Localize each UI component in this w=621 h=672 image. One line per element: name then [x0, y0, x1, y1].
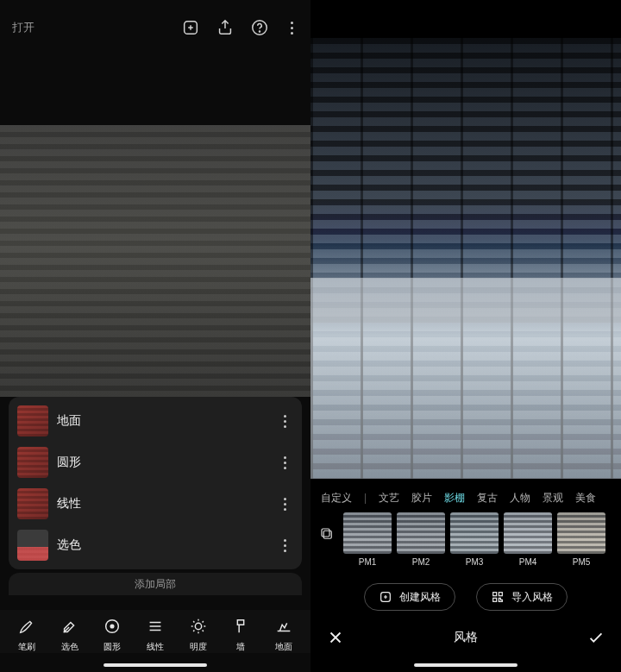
open-button[interactable]: 打开	[12, 20, 34, 35]
create-style-button[interactable]: 创建风格	[364, 583, 455, 611]
layer-label: 选色	[57, 537, 267, 553]
close-button[interactable]	[326, 628, 345, 647]
preset-label: PM2	[412, 557, 430, 567]
tool-label: 圆形	[104, 641, 121, 653]
layer-thumb-icon	[17, 447, 48, 478]
tool-brush[interactable]: 笔刷	[8, 617, 46, 653]
ground-icon	[274, 617, 293, 636]
add-local-label: 添加局部	[9, 573, 302, 595]
style-actions: 创建风格 导入风格	[310, 583, 621, 611]
preset-thumb-icon	[557, 512, 605, 554]
tool-linear[interactable]: 线性	[136, 617, 174, 653]
button-label: 导入风格	[511, 590, 553, 605]
bottom-bar: 风格	[310, 622, 621, 653]
layer-item[interactable]: 圆形	[14, 442, 297, 483]
layer-label: 线性	[57, 496, 267, 512]
tab-retro[interactable]: 复古	[477, 491, 498, 506]
circle-icon	[103, 617, 122, 636]
layer-more-icon[interactable]	[276, 495, 293, 512]
top-bar: 打开	[0, 9, 310, 47]
layer-item[interactable]: 线性	[14, 483, 297, 524]
brightness-icon	[189, 617, 208, 636]
preview-image[interactable]	[0, 125, 310, 397]
confirm-button[interactable]	[586, 628, 605, 647]
preset-pm2[interactable]: PM2	[397, 512, 445, 567]
preset-thumb-icon	[343, 512, 392, 554]
share-icon[interactable]	[216, 18, 235, 37]
copy-icon[interactable]	[316, 512, 338, 556]
plus-box-icon	[379, 590, 392, 604]
styles-pane: 自定义 | 文艺 胶片 影棚 复古 人物 景观 美食 PM1 PM2 PM3 P…	[310, 0, 621, 672]
tool-round[interactable]: 圆形	[93, 617, 131, 653]
svg-point-4	[110, 625, 114, 628]
tool-pick-color[interactable]: 选色	[51, 617, 89, 653]
wall-icon	[231, 617, 250, 636]
layer-more-icon[interactable]	[276, 454, 293, 471]
layer-item[interactable]: 选色	[14, 524, 297, 566]
tool-brightness[interactable]: 明度	[179, 617, 217, 653]
svg-rect-11	[493, 598, 497, 601]
layer-thumb-icon	[17, 488, 48, 519]
layers-panel: 地面 圆形 线性 选色	[9, 397, 302, 569]
layer-item[interactable]: 地面	[14, 400, 297, 442]
tool-label: 笔刷	[18, 641, 35, 653]
local-adjust-pane: 打开 地面 圆形	[0, 0, 310, 672]
preset-label: PM1	[359, 557, 377, 567]
top-icons	[181, 18, 298, 37]
svg-rect-6	[323, 531, 331, 538]
svg-point-2	[259, 31, 260, 32]
preset-thumb-icon	[450, 512, 499, 554]
preset-label: PM4	[519, 557, 537, 567]
tab-portrait[interactable]: 人物	[510, 491, 530, 506]
brush-icon	[17, 617, 36, 636]
help-icon[interactable]	[250, 18, 269, 37]
layer-label: 地面	[57, 413, 267, 429]
add-icon[interactable]	[181, 18, 200, 37]
tab-food[interactable]: 美食	[575, 491, 596, 506]
tool-strip: 笔刷 选色 圆形 线性 明度 墙 地面	[0, 610, 310, 653]
tool-ground[interactable]: 地面	[265, 617, 303, 653]
linear-icon	[146, 617, 165, 636]
layer-label: 圆形	[57, 455, 267, 470]
preset-label: PM3	[466, 557, 484, 567]
tool-wall[interactable]: 墙	[222, 617, 260, 653]
tab-custom[interactable]: 自定义	[321, 491, 352, 506]
preset-thumb-icon	[504, 512, 552, 554]
layer-more-icon[interactable]	[276, 537, 293, 554]
eyedropper-icon	[60, 617, 79, 636]
tool-label: 明度	[190, 641, 207, 653]
style-category-tabs: 自定义 | 文艺 胶片 影棚 复古 人物 景观 美食	[310, 487, 621, 508]
import-style-button[interactable]: 导入风格	[476, 583, 568, 611]
svg-point-5	[195, 623, 201, 629]
home-indicator	[104, 663, 207, 667]
layer-more-icon[interactable]	[276, 412, 293, 430]
preset-pm3[interactable]: PM3	[450, 512, 499, 567]
preset-pm1[interactable]: PM1	[343, 512, 392, 567]
preset-strip: PM1 PM2 PM3 PM4 PM5	[310, 512, 621, 573]
tool-label: 选色	[61, 641, 78, 653]
svg-rect-10	[499, 593, 502, 596]
svg-rect-9	[493, 593, 497, 596]
tool-label: 地面	[275, 641, 292, 653]
tab-film[interactable]: 胶片	[411, 491, 432, 506]
preset-label: PM5	[573, 557, 591, 567]
panel-title: 风格	[454, 630, 478, 645]
more-icon[interactable]	[285, 18, 298, 37]
layer-thumb-icon	[17, 530, 48, 561]
tool-label: 线性	[147, 641, 164, 653]
preset-thumb-icon	[397, 512, 445, 554]
qr-icon	[491, 590, 505, 604]
home-indicator	[414, 663, 518, 667]
tool-label: 墙	[236, 641, 245, 653]
layer-thumb-icon	[17, 405, 48, 436]
button-label: 创建风格	[399, 590, 441, 605]
svg-rect-7	[322, 529, 329, 537]
preset-pm4[interactable]: PM4	[504, 512, 552, 567]
preview-image[interactable]	[310, 0, 621, 479]
tab-landscape[interactable]: 景观	[543, 491, 563, 506]
preset-pm5[interactable]: PM5	[557, 512, 605, 567]
tab-studio[interactable]: 影棚	[444, 491, 465, 506]
tab-art[interactable]: 文艺	[379, 491, 399, 506]
